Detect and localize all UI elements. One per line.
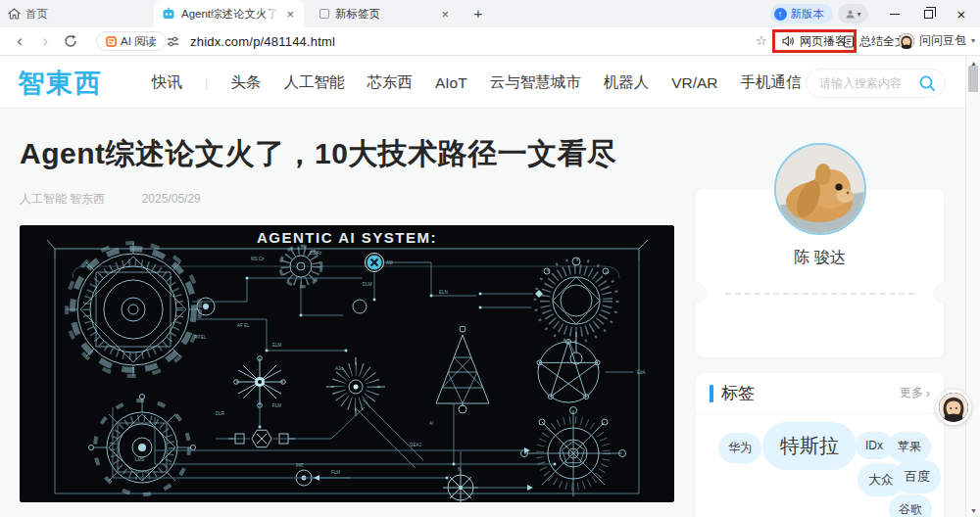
nav-item[interactable]: 芯东西 <box>367 72 413 93</box>
home-icon <box>8 8 21 20</box>
new-version-button[interactable]: ↑ 新版本 <box>770 4 834 24</box>
doubao-girl-icon <box>939 393 968 422</box>
tab-title: 新标签页 <box>335 7 433 22</box>
bookmark-star-icon[interactable]: ☆ <box>756 33 767 48</box>
agentic-ai-blueprint: AGENTIC AI SYSTEM: <box>20 225 674 502</box>
svg-text:FLM: FLM <box>331 470 340 475</box>
reload-icon <box>64 34 77 48</box>
speaker-icon <box>782 35 795 47</box>
tab-bar: 首页 Agent综述论文火了，1 × 新标签页 × + ↑ 新版本 ▾ <box>0 0 980 27</box>
svg-text:FLM: FLM <box>272 403 281 408</box>
blank-page-icon <box>319 9 329 19</box>
person-icon <box>845 9 856 20</box>
browser-window: 首页 Agent综述论文火了，1 × 新标签页 × + ↑ 新版本 ▾ <box>0 0 980 517</box>
article-source[interactable]: 智东西 <box>70 192 105 206</box>
svg-text:DLM: DLM <box>363 282 372 287</box>
notch <box>685 282 707 304</box>
tune-icon[interactable] <box>167 35 179 48</box>
svg-text:EdA: EdA <box>637 370 646 375</box>
assistant-floating-button[interactable] <box>936 390 971 425</box>
tags-more-link[interactable]: 更多 › <box>900 385 930 401</box>
svg-text:LMS: LMS <box>135 457 144 462</box>
minimize-icon <box>890 14 900 15</box>
author-card: 陈 骏达 <box>696 189 944 357</box>
webpage: 智東西 快讯|头条人工智能芯东西AIoT云与智慧城市机器人VR/AR手机通信|活… <box>0 57 980 517</box>
tag-pill[interactable]: 苹果 <box>888 432 931 462</box>
reload-button[interactable] <box>59 27 82 55</box>
article-category[interactable]: 人工智能 <box>20 192 67 206</box>
url-text[interactable]: zhidx.com/p/481144.html <box>190 34 335 49</box>
forward-button[interactable]: › <box>33 27 57 55</box>
summarize-button[interactable]: 总结全文 <box>843 33 906 50</box>
tab-close-icon[interactable]: × <box>284 8 296 21</box>
search-input[interactable] <box>819 76 918 90</box>
document-icon <box>843 35 855 48</box>
home-tab[interactable]: 首页 <box>8 5 48 23</box>
nav-item[interactable]: 头条 <box>230 72 261 93</box>
nav-item[interactable]: 机器人 <box>604 72 650 93</box>
page-scrollbar[interactable]: ▲ ▼ <box>965 57 980 517</box>
article-date: 2025/05/29 <box>142 192 201 206</box>
tab-article[interactable]: Agent综述论文火了，1 × <box>154 0 304 27</box>
tab-newtab[interactable]: 新标签页 × <box>312 0 459 27</box>
svg-text:AF EL: AF EL <box>237 323 250 328</box>
doubao-avatar <box>899 33 914 49</box>
divider <box>725 293 914 295</box>
article-title: Agent综述论文火了，10大技术路径一文看尽 <box>20 134 676 174</box>
tags-title: 标签 <box>721 382 900 404</box>
author-name[interactable]: 陈 骏达 <box>696 248 944 268</box>
tag-pill[interactable]: 百度 <box>894 460 941 494</box>
minimize-button[interactable] <box>880 0 909 27</box>
search-icon[interactable] <box>918 74 936 92</box>
svg-text:DLR: DLR <box>216 411 225 416</box>
nav-item[interactable]: 人工智能 <box>283 72 344 93</box>
main-nav: 快讯|头条人工智能芯东西AIoT云与智慧城市机器人VR/AR手机通信|活动 <box>152 57 880 109</box>
ai-read-icon <box>106 36 117 47</box>
tab-close-icon[interactable]: × <box>439 8 451 21</box>
nav-item[interactable]: AIoT <box>435 74 467 92</box>
tag-pill[interactable]: 特斯拉 <box>762 422 857 470</box>
update-arrow-icon: ↑ <box>774 8 787 21</box>
zhidx-logo[interactable]: 智東西 <box>18 66 103 101</box>
author-avatar[interactable] <box>774 143 866 235</box>
ai-read-label: AI 阅读 <box>121 34 157 49</box>
svg-text:AJu: AJu <box>335 366 343 371</box>
svg-text:GEAJ: GEAJ <box>410 443 421 447</box>
tag-pill[interactable]: 谷歌 <box>889 494 932 517</box>
svg-text:ELM: ELM <box>272 343 282 348</box>
scrollbar-thumb[interactable] <box>968 66 978 92</box>
restore-button[interactable] <box>913 0 943 27</box>
restore-icon <box>924 10 933 19</box>
rabbit-photo <box>776 145 864 233</box>
article-meta: 人工智能 智东西 2025/05/29 <box>20 191 201 208</box>
podcast-button[interactable]: 网页播客 <box>800 33 847 50</box>
nav-item[interactable]: | <box>205 75 208 90</box>
nav-item[interactable]: VR/AR <box>671 74 717 92</box>
svg-text:PAT: PAT <box>296 463 304 468</box>
tab-title: Agent综述论文火了，1 <box>181 7 278 22</box>
hero-title: AGENTIC AI SYSTEM: <box>257 229 437 246</box>
tags-card: 标签 更多 › 华为特斯拉IDx苹果大众百度谷歌 <box>696 373 944 517</box>
nav-item[interactable]: 云与智慧城市 <box>490 72 581 93</box>
svg-text:AM: AM <box>386 260 393 265</box>
ask-doubao-button[interactable]: 问问豆包 ▾ <box>899 32 975 49</box>
close-button[interactable]: × <box>947 0 976 27</box>
section-accent-bar <box>710 385 713 402</box>
back-button[interactable]: ‹ <box>8 27 31 55</box>
svg-text:MS Cz: MS Cz <box>251 257 265 261</box>
svg-text:N: N <box>458 467 461 472</box>
notch <box>933 282 955 304</box>
nav-item[interactable]: 手机通信 <box>741 72 802 93</box>
tag-pill[interactable]: 华为 <box>718 433 761 463</box>
doubao-label: 问问豆包 <box>919 32 966 49</box>
browser-profile-button[interactable]: ▾ <box>838 4 868 24</box>
nav-item[interactable]: 快讯 <box>152 72 182 93</box>
ai-read-button[interactable]: AI 阅读 <box>96 31 167 51</box>
site-header: 智東西 快讯|头条人工智能芯东西AIoT云与智慧城市机器人VR/AR手机通信|活… <box>0 57 980 109</box>
new-version-label: 新版本 <box>791 7 825 22</box>
tag-cloud: 华为特斯拉IDx苹果大众百度谷歌 <box>696 414 944 517</box>
new-tab-button[interactable]: + <box>468 4 488 24</box>
search-box <box>806 69 946 98</box>
caret-down-icon: ▾ <box>857 10 860 19</box>
scroll-down-icon[interactable]: ▼ <box>966 507 980 514</box>
